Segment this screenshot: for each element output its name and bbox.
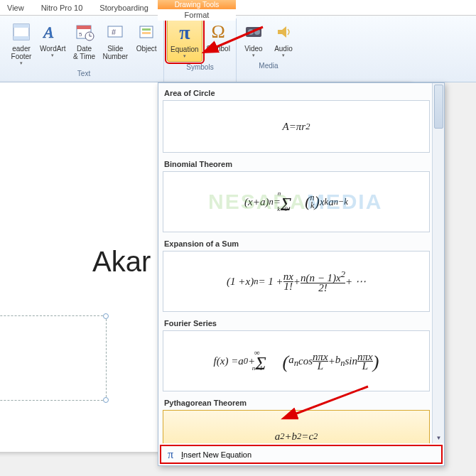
equation-title: Fourier Series [163, 318, 430, 330]
chevron-down-icon: ▾ [51, 53, 54, 58]
wordart-button[interactable]: A WordArt ▾ [37, 18, 69, 68]
slide-number-button[interactable]: # SlideNumber [100, 18, 131, 68]
tab-nitro[interactable]: Nitro Pro 10 [41, 4, 83, 12]
svg-marker-18 [278, 26, 286, 38]
ribbon-group-symbols: π Equation ▾ Ω Symbol Symbols [164, 18, 237, 82]
svg-rect-5 [77, 26, 91, 29]
date-time-icon: 5 [73, 21, 96, 43]
slide-number-icon: # [104, 21, 126, 43]
svg-point-16 [248, 29, 254, 35]
equation-title: Expansion of a Sum [163, 238, 430, 251]
chevron-down-icon: ▾ [183, 53, 186, 59]
equation-title: Binomial Theorem [163, 158, 430, 171]
slide-canvas: Akar P NESADAMEDIA Area of Circle A = πr… [0, 82, 476, 476]
insert-new-equation-label: Insert New Equation [181, 450, 251, 459]
contextual-tab-drawing-tools: Drawing Tools Format [158, 0, 236, 21]
ribbon-group-media: Video ▾ Audio ▾ Media [237, 18, 301, 82]
content-placeholder[interactable] [0, 315, 107, 401]
equation-preview: (1 + x)n = 1 + nx1! + n(n − 1)x22! + ⋯ [163, 251, 430, 312]
equation-preview: (x + a)n = Σk=0n (nk) xkan−k [163, 171, 430, 232]
equation-item-pythagorean-theorem[interactable]: Pythagorean Theorem a2 + b2 = c2 [163, 397, 430, 443]
svg-text:A: A [43, 23, 56, 41]
svg-rect-13 [142, 28, 151, 31]
svg-point-17 [254, 29, 260, 35]
insert-new-equation-button[interactable]: π Insert New Equation [160, 445, 443, 464]
contextual-title: Drawing Tools [158, 0, 236, 9]
object-icon [135, 21, 158, 43]
tab-storyboarding[interactable]: Storyboarding [99, 4, 148, 12]
equation-preview: a2 + b2 = c2 [163, 410, 430, 443]
gallery-scrollbar[interactable]: ▲ ▼ [432, 83, 444, 443]
equation-gallery: NESADAMEDIA Area of Circle A = πr2 Binom… [158, 82, 445, 466]
chevron-down-icon: ▾ [20, 60, 23, 66]
svg-rect-14 [142, 32, 151, 34]
equation-item-fourier-series[interactable]: Fourier Series f(x) = a0 + Σn=1∞ (an cos… [163, 318, 430, 391]
video-icon [242, 21, 265, 43]
ribbon-group-label-media: Media [259, 60, 278, 72]
object-button[interactable]: Object [132, 18, 161, 68]
ribbon-group-label-text: Text [77, 68, 90, 80]
header-footer-icon [10, 21, 33, 43]
equation-preview: f(x) = a0 + Σn=1∞ (an cos nπxL + bn sin … [163, 330, 430, 391]
equation-button[interactable]: π Equation ▾ [167, 18, 202, 62]
date-time-button[interactable]: 5 Date& Time [70, 18, 99, 68]
equation-preview: A = πr2 [163, 100, 430, 153]
audio-button[interactable]: Audio ▾ [269, 18, 298, 60]
tab-view[interactable]: View [7, 4, 24, 12]
pi-icon: π [164, 448, 177, 461]
tab-format[interactable]: Format [158, 9, 236, 21]
wordart-icon: A [41, 21, 64, 43]
resize-handle[interactable] [103, 397, 109, 403]
ribbon-group-text: eaderFooter ▾ A WordArt ▾ 5 Date& Time #… [4, 18, 164, 82]
equation-item-area-of-circle[interactable]: Area of Circle A = πr2 [163, 87, 430, 153]
video-button[interactable]: Video ▾ [239, 18, 268, 60]
ribbon-group-label-symbols: Symbols [186, 62, 213, 74]
svg-text:5: 5 [79, 31, 82, 38]
header-footer-button[interactable]: eaderFooter ▾ [7, 18, 36, 68]
scrollbar-thumb[interactable] [434, 85, 443, 129]
equation-item-binomial-theorem[interactable]: Binomial Theorem (x + a)n = Σk=0n (nk) x… [163, 158, 430, 232]
chevron-down-icon: ▾ [252, 53, 255, 58]
symbol-button[interactable]: Ω Symbol [204, 18, 233, 62]
menu-bar: View Nitro Pro 10 Storyboarding [0, 0, 476, 16]
audio-icon [272, 21, 295, 43]
svg-text:#: # [112, 28, 117, 36]
equation-title: Area of Circle [163, 87, 430, 100]
omega-icon: Ω [207, 21, 229, 43]
ribbon: eaderFooter ▾ A WordArt ▾ 5 Date& Time #… [0, 16, 476, 82]
svg-rect-1 [13, 24, 29, 28]
pi-icon: π [173, 21, 196, 44]
scroll-down-arrow[interactable]: ▼ [433, 432, 444, 443]
equation-item-expansion-of-sum[interactable]: Expansion of a Sum (1 + x)n = 1 + nx1! +… [163, 238, 430, 312]
resize-handle[interactable] [103, 313, 109, 319]
equation-title: Pythagorean Theorem [163, 397, 430, 410]
svg-rect-2 [13, 36, 29, 40]
chevron-down-icon: ▾ [282, 53, 285, 58]
